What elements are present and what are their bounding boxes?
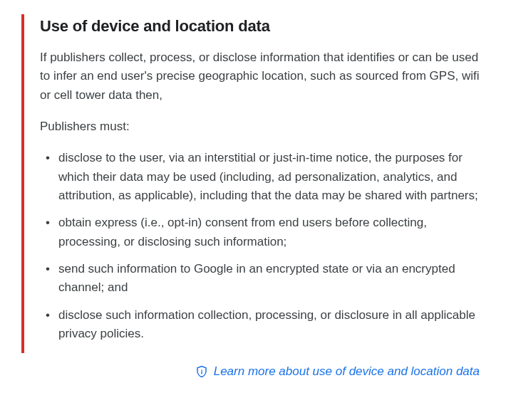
policy-section: Use of device and location data If publi… [21,14,482,353]
shield-icon [195,365,208,378]
list-item: disclose to the user, via an interstitia… [44,149,482,205]
section-heading: Use of device and location data [40,17,482,36]
learn-more-link[interactable]: Learn more about use of device and locat… [214,364,480,379]
lead-in-text: Publishers must: [40,117,482,136]
list-item: send such information to Google in an en… [44,260,482,298]
svg-point-0 [201,370,202,372]
list-item: obtain express (i.e., opt-in) consent fr… [44,214,482,251]
requirements-list: disclose to the user, via an interstitia… [40,149,482,343]
list-item: disclose such information collection, pr… [44,306,482,344]
learn-more-row: Learn more about use of device and locat… [21,364,482,379]
intro-paragraph: If publishers collect, process, or discl… [40,48,482,105]
